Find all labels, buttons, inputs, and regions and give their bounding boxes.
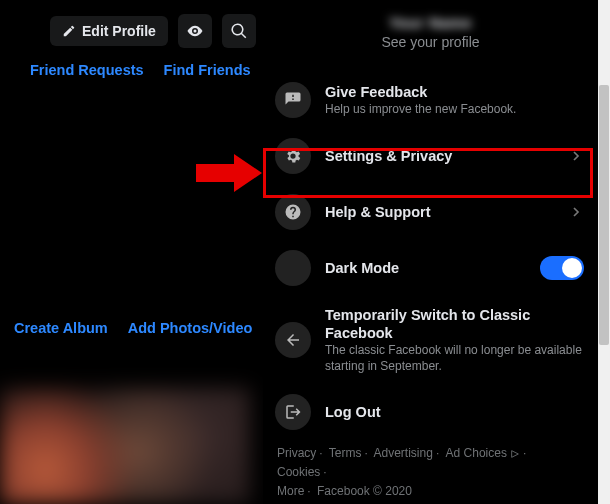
question-icon — [275, 194, 311, 230]
toggle-knob — [562, 258, 582, 278]
photo-thumbnail[interactable] — [0, 388, 250, 504]
menu-item-feedback[interactable]: Give Feedback Help us improve the new Fa… — [263, 72, 598, 128]
help-text: Help & Support — [325, 203, 554, 221]
app-root: Edit Profile Friend Requests Find Friend… — [0, 0, 598, 504]
darkmode-text: Dark Mode — [325, 259, 526, 277]
settings-title: Settings & Privacy — [325, 147, 554, 165]
footer-links: Privacy· Terms· Advertising· Ad Choices … — [263, 440, 598, 500]
classic-text: Temporarily Switch to Classic Facebook T… — [325, 306, 584, 374]
feedback-icon — [275, 82, 311, 118]
menu-item-classic[interactable]: Temporarily Switch to Classic Facebook T… — [263, 296, 598, 384]
menu-item-help[interactable]: Help & Support — [263, 184, 598, 240]
topbar: Edit Profile — [50, 14, 256, 48]
profile-name-blurred: Your Name — [389, 14, 472, 31]
ad-choices-icon — [510, 449, 520, 459]
menu-item-logout[interactable]: Log Out — [263, 384, 598, 440]
footer-more[interactable]: More — [277, 484, 304, 498]
footer-advertising[interactable]: Advertising — [374, 446, 433, 460]
footer-copyright: Facebook © 2020 — [317, 484, 412, 498]
create-album-link[interactable]: Create Album — [14, 320, 108, 336]
pencil-icon — [62, 24, 76, 38]
page-scrollbar[interactable] — [598, 0, 610, 504]
chevron-right-icon — [568, 148, 584, 164]
footer-terms[interactable]: Terms — [329, 446, 362, 460]
gear-icon — [275, 138, 311, 174]
account-menu-panel: Your Name See your profile Give Feedback… — [263, 0, 598, 504]
feedback-sub: Help us improve the new Facebook. — [325, 102, 584, 118]
darkmode-toggle[interactable] — [540, 256, 584, 280]
back-arrow-icon — [275, 322, 311, 358]
add-photos-link[interactable]: Add Photos/Video — [128, 320, 253, 336]
edit-profile-button[interactable]: Edit Profile — [50, 16, 168, 46]
moon-icon — [275, 250, 311, 286]
menu-item-settings[interactable]: Settings & Privacy — [263, 128, 598, 184]
darkmode-title: Dark Mode — [325, 259, 526, 277]
footer-privacy[interactable]: Privacy — [277, 446, 316, 460]
photo-actions: Create Album Add Photos/Video — [14, 320, 252, 336]
logout-icon — [275, 394, 311, 430]
classic-sub: The classic Facebook will no longer be a… — [325, 343, 584, 374]
logout-title: Log Out — [325, 403, 584, 421]
profile-subtitle: See your profile — [263, 34, 598, 50]
profile-header[interactable]: Your Name See your profile — [263, 14, 598, 50]
feedback-text: Give Feedback Help us improve the new Fa… — [325, 83, 584, 118]
find-friends-link[interactable]: Find Friends — [164, 62, 251, 78]
eye-icon — [186, 22, 204, 40]
help-title: Help & Support — [325, 203, 554, 221]
feedback-title: Give Feedback — [325, 83, 584, 101]
eye-icon-button[interactable] — [178, 14, 212, 48]
footer-cookies[interactable]: Cookies — [277, 465, 320, 479]
classic-title: Temporarily Switch to Classic Facebook — [325, 306, 584, 342]
profile-nav: Friend Requests Find Friends — [30, 62, 251, 78]
scrollbar-thumb[interactable] — [599, 85, 609, 345]
friend-requests-link[interactable]: Friend Requests — [30, 62, 144, 78]
settings-text: Settings & Privacy — [325, 147, 554, 165]
logout-text: Log Out — [325, 403, 584, 421]
search-icon-button[interactable] — [222, 14, 256, 48]
edit-profile-label: Edit Profile — [82, 23, 156, 39]
chevron-right-icon — [568, 204, 584, 220]
search-icon — [230, 22, 248, 40]
footer-ad-choices[interactable]: Ad Choices — [446, 444, 520, 463]
menu-item-darkmode[interactable]: Dark Mode — [263, 240, 598, 296]
